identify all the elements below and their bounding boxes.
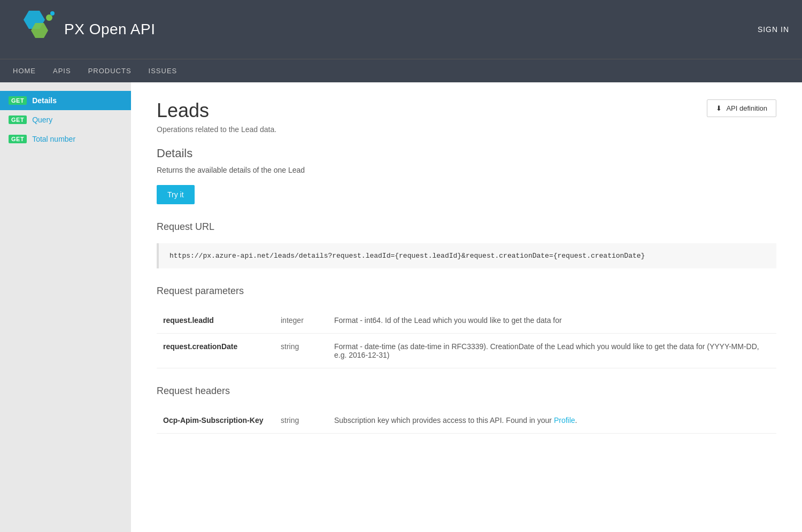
table-row: request.leadId integer Format - int64. I… (157, 307, 776, 334)
header-type-subscription-key: string (274, 407, 328, 434)
param-desc-lead-id: Format - int64. Id of the Lead which you… (328, 307, 776, 334)
get-badge-query: GET (9, 115, 27, 124)
header-desc-suffix: . (575, 416, 577, 425)
sidebar-label-query: Query (32, 115, 52, 124)
nav-apis[interactable]: APIS (44, 59, 80, 83)
param-type-creation-date: string (274, 334, 328, 368)
svg-point-2 (46, 14, 52, 21)
api-def-label: API definition (726, 104, 767, 112)
app-title: PX Open API (64, 21, 156, 38)
get-badge-total: GET (9, 135, 27, 143)
table-row: Ocp-Apim-Subscription-Key string Subscri… (157, 407, 776, 434)
param-type-lead-id: integer (274, 307, 328, 334)
page-title-area: Leads Operations related to the Lead dat… (157, 99, 276, 134)
sidebar-item-details[interactable]: GET Details (0, 91, 131, 110)
page-title: Leads (157, 99, 276, 122)
param-name-creation-date: request.creationDate (157, 334, 274, 368)
nav-home[interactable]: HOME (13, 59, 44, 83)
request-params-title: Request parameters (157, 286, 776, 297)
svg-point-3 (50, 11, 55, 16)
sidebar-item-query[interactable]: GET Query (0, 110, 131, 129)
download-icon: ⬇ (716, 104, 722, 112)
profile-link[interactable]: Profile (554, 416, 575, 425)
sidebar-label-details: Details (32, 96, 57, 105)
header-name-subscription-key: Ocp-Apim-Subscription-Key (157, 407, 274, 434)
main-content: Leads Operations related to the Lead dat… (131, 82, 802, 532)
request-headers-title: Request headers (157, 385, 776, 397)
nav-products[interactable]: PRODUCTS (80, 59, 140, 83)
app-header: PX Open API SIGN IN (0, 0, 802, 59)
details-section-desc: Returns the available details of the one… (157, 166, 776, 174)
main-layout: GET Details GET Query GET Total number L… (0, 82, 802, 532)
sidebar-item-total-number[interactable]: GET Total number (0, 129, 131, 149)
param-name-lead-id: request.leadId (157, 307, 274, 334)
get-badge-details: GET (9, 96, 27, 105)
api-definition-button[interactable]: ⬇ API definition (707, 99, 776, 117)
table-row: request.creationDate string Format - dat… (157, 334, 776, 368)
header-desc-subscription-key: Subscription key which provides access t… (328, 407, 776, 434)
request-url-box: https://px.azure-api.net/leads/details?r… (157, 243, 776, 268)
try-it-button[interactable]: Try it (157, 185, 195, 204)
page-header: Leads Operations related to the Lead dat… (157, 99, 776, 134)
sign-in-link[interactable]: SIGN IN (758, 25, 789, 34)
main-navbar: HOME APIS PRODUCTS ISSUES (0, 59, 802, 82)
sidebar: GET Details GET Query GET Total number (0, 82, 131, 532)
page-subtitle: Operations related to the Lead data. (157, 125, 276, 134)
sidebar-label-total: Total number (32, 135, 75, 143)
logo-area: PX Open API (13, 8, 156, 51)
app-logo (13, 8, 56, 51)
header-desc-prefix: Subscription key which provides access t… (334, 416, 554, 425)
request-url-title: Request URL (157, 221, 776, 233)
details-section-title: Details (157, 147, 776, 160)
nav-issues[interactable]: ISSUES (140, 59, 186, 83)
request-params-table: request.leadId integer Format - int64. I… (157, 307, 776, 368)
param-desc-creation-date: Format - date-time (as date-time in RFC3… (328, 334, 776, 368)
request-headers-table: Ocp-Apim-Subscription-Key string Subscri… (157, 407, 776, 434)
